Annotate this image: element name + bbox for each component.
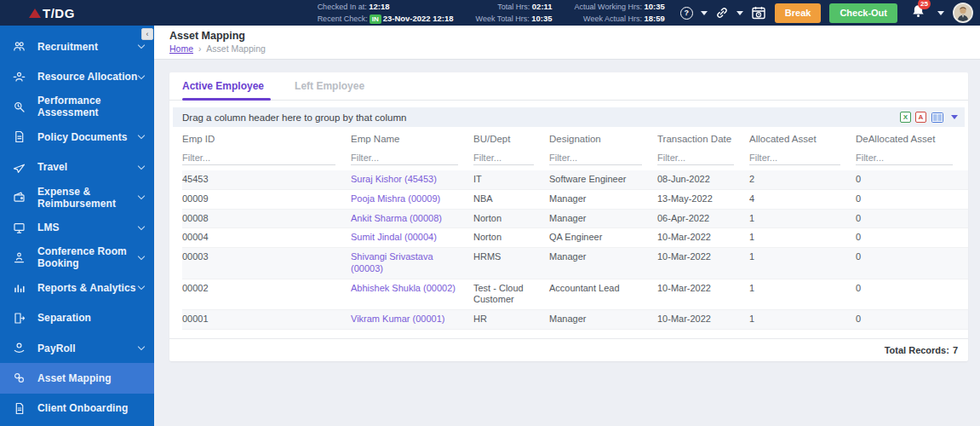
week-actual-hrs-label: Week Actual Hrs: — [583, 14, 642, 23]
help-icon[interactable]: ? — [680, 7, 693, 20]
sidebar-item-lms[interactable]: LMS — [0, 212, 154, 242]
tab-left-employee[interactable]: Left Employee — [295, 80, 376, 100]
export-excel-icon[interactable]: X — [900, 112, 911, 123]
column-header-designation[interactable]: Designation — [549, 127, 657, 147]
performance-assessment-icon — [12, 100, 26, 113]
breadcrumb: Home › Asset Mapping — [169, 43, 980, 54]
asset-grid: Emp ID Emp Name BU/Dept Designation Tran… — [169, 127, 968, 330]
cell-emp-name-link[interactable]: Pooja Mishra (00009) — [351, 190, 473, 209]
sidebar-item-reports-analytics[interactable]: Reports & Analytics — [0, 273, 154, 302]
cell-emp-id: 45453 — [182, 170, 351, 189]
grid-menu-caret-icon[interactable] — [951, 115, 958, 119]
table-row: 00004 Sumit Jindal (00004) Norton QA Eng… — [182, 228, 968, 248]
cell-emp-id: 00009 — [182, 190, 351, 209]
calendar-clock-icon[interactable] — [751, 5, 766, 20]
filter-input-bu-dept[interactable] — [473, 151, 534, 165]
actual-working-hrs-value: 10:35 — [644, 2, 664, 11]
grid-group-panel[interactable]: Drag a column header here to group by th… — [173, 107, 965, 127]
sidebar-item-conference-room-booking[interactable]: Conference Room Booking — [0, 243, 154, 273]
user-avatar[interactable] — [953, 3, 973, 23]
cell-emp-name-link[interactable]: Suraj Kishor (45453) — [351, 170, 473, 189]
travel-plane-icon — [12, 160, 26, 174]
filter-input-deallocated-asset[interactable] — [856, 151, 953, 165]
chevron-down-icon — [138, 42, 145, 49]
sidebar-item-policy-documents[interactable]: Policy Documents — [0, 122, 154, 152]
cell-emp-name-link[interactable]: Sumit Jindal (00004) — [351, 228, 473, 247]
cell-emp-name-link[interactable]: Shivangi Srivastava (00003) — [351, 248, 473, 279]
notifications-bell[interactable]: 25 — [911, 3, 926, 22]
brand-triangle-icon — [29, 9, 41, 18]
main-panel: Active Employee Left Employee Drag a col… — [154, 60, 980, 426]
cell-emp-id: 00001 — [182, 310, 351, 329]
app-root: T/DG Checked In at: 12:18 Recent Check:I… — [0, 0, 980, 426]
sidebar-item-label: Conference Room Booking — [37, 245, 139, 269]
table-row: 00009 Pooja Mishra (00009) NBA Manager 1… — [182, 190, 968, 210]
sidebar-item-expense-reimbursement[interactable]: Expense & Reimbursement — [0, 182, 154, 212]
avatar-image — [954, 4, 971, 21]
column-header-emp-id[interactable]: Emp ID — [182, 127, 351, 147]
cell-deallocated: 0 — [856, 279, 968, 298]
cell-transaction-date: 10-Mar-2022 — [657, 228, 749, 247]
topbar: T/DG Checked In at: 12:18 Recent Check:I… — [0, 0, 980, 26]
link-icon[interactable] — [715, 6, 729, 20]
cell-designation: Manager — [549, 210, 657, 228]
chevron-down-icon — [138, 222, 145, 229]
cell-bu-dept: Test - Cloud Customer — [473, 279, 549, 310]
column-header-allocated-asset[interactable]: Allocated Asset — [749, 127, 856, 147]
help-dropdown-caret-icon[interactable] — [701, 11, 708, 15]
sidebar-item-asset-mapping[interactable]: Asset Mapping — [0, 363, 154, 393]
chevron-down-icon — [138, 163, 145, 170]
cell-emp-name-link[interactable]: Abhishek Shukla (00002) — [351, 279, 473, 298]
cell-emp-name-link[interactable]: Ankit Sharma (00008) — [351, 210, 473, 228]
sidebar-collapse-button[interactable]: ‹ — [141, 28, 153, 40]
sidebar-item-payroll[interactable]: PayRoll — [0, 333, 154, 363]
total-records-label: Total Records: — [885, 345, 949, 355]
column-header-emp-name[interactable]: Emp Name — [351, 127, 473, 147]
checkout-button[interactable]: Check-Out — [829, 3, 897, 23]
cell-transaction-date: 06-Apr-2022 — [657, 210, 749, 228]
column-header-deallocated-asset[interactable]: DeAllocated Asset — [856, 127, 968, 147]
sidebar-item-client-onboarding[interactable]: Client Onboarding — [0, 394, 154, 423]
sidebar-item-recruitment[interactable]: Recruitment — [0, 32, 154, 61]
filter-input-transaction-date[interactable] — [657, 151, 734, 165]
filter-input-allocated-asset[interactable] — [749, 151, 840, 165]
filter-input-emp-name[interactable] — [351, 151, 458, 165]
column-header-bu-dept[interactable]: BU/Dept — [473, 127, 549, 147]
asset-mapping-card: Active Employee Left Employee Drag a col… — [169, 72, 968, 361]
total-hrs-label: Total Hrs: — [497, 3, 530, 11]
chevron-down-icon — [138, 253, 145, 260]
brand-logo[interactable]: T/DG — [29, 6, 75, 20]
page-header: Asset Mapping Home › Asset Mapping — [154, 26, 980, 60]
cell-designation: Manager — [549, 310, 657, 329]
cell-emp-name-link[interactable]: Vikram Kumar (00001) — [351, 310, 473, 329]
sidebar-item-separation[interactable]: Separation — [0, 303, 154, 333]
notification-count-badge: 25 — [918, 0, 931, 9]
table-row: 00003 Shivangi Srivastava (00003) HRMS M… — [182, 248, 968, 279]
cell-deallocated: 0 — [856, 228, 968, 247]
export-pdf-icon[interactable]: A — [915, 112, 926, 123]
page-title: Asset Mapping — [169, 30, 980, 42]
sidebar-item-label: Client Onboarding — [37, 402, 144, 414]
column-chooser-icon[interactable] — [931, 112, 944, 124]
cell-allocated: 2 — [749, 170, 856, 189]
link-dropdown-caret-icon[interactable] — [736, 11, 743, 15]
chevron-down-icon — [138, 72, 145, 78]
break-button[interactable]: Break — [775, 3, 822, 23]
breadcrumb-home-link[interactable]: Home — [169, 43, 193, 54]
cell-bu-dept: NBA — [473, 190, 549, 209]
checkin-stats: Checked In at: 12:18 Recent Check:IN23-N… — [318, 1, 454, 25]
sidebar-item-resource-allocation[interactable]: Resource Allocation — [0, 61, 154, 91]
profile-dropdown-caret-icon[interactable] — [937, 11, 944, 15]
cell-designation: QA Engineer — [549, 228, 657, 247]
cell-emp-id: 00008 — [182, 210, 351, 228]
filter-input-emp-id[interactable] — [182, 151, 335, 165]
cell-deallocated: 0 — [856, 170, 968, 189]
cell-bu-dept: IT — [473, 170, 549, 189]
separation-door-icon — [12, 311, 26, 325]
actual-working-hrs-label: Actual Working Hrs: — [575, 3, 642, 11]
sidebar-item-travel[interactable]: Travel — [0, 153, 154, 182]
sidebar-item-performance-assessment[interactable]: Performance Assessment — [0, 92, 154, 122]
tab-active-employee[interactable]: Active Employee — [182, 80, 276, 100]
filter-input-designation[interactable] — [549, 151, 642, 165]
column-header-transaction-date[interactable]: Transaction Date — [657, 127, 749, 147]
